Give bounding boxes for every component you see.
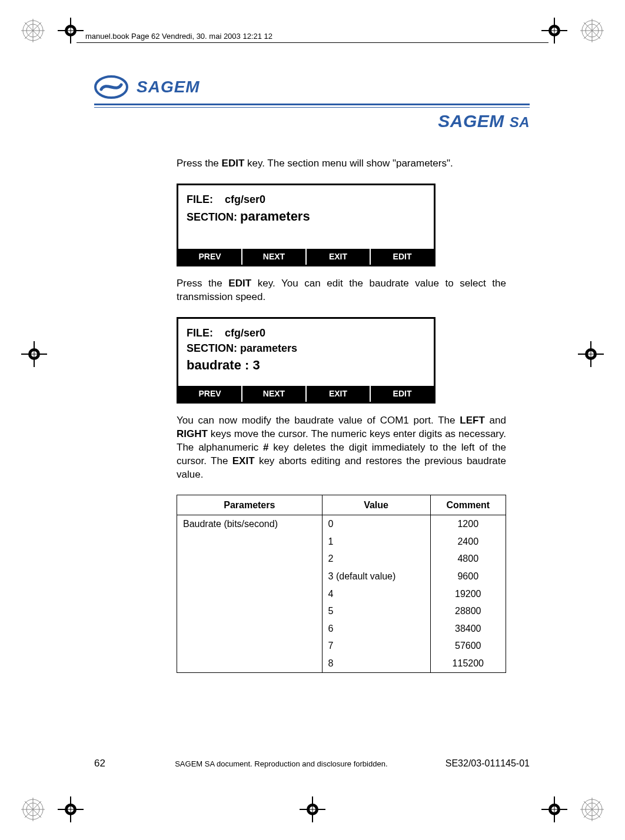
lcd-prev-button[interactable]: PREV	[178, 386, 242, 402]
comment-cell: 57600	[430, 637, 506, 655]
comment-cell: 9600	[430, 568, 506, 585]
key-name: EDIT	[222, 158, 245, 169]
page-number: 62	[94, 758, 105, 769]
print-registration-mark-icon	[21, 798, 45, 821]
sagem-logo-text: SAGEM	[137, 78, 200, 96]
lcd-edit-button[interactable]: EDIT	[371, 249, 434, 265]
lcd-label: SECTION:	[187, 342, 237, 354]
text: Press the	[177, 278, 228, 289]
lcd-prev-button[interactable]: PREV	[178, 249, 242, 265]
print-crosshair-icon	[21, 341, 47, 367]
comment-cell: 115200	[430, 655, 506, 672]
lcd-screen-2: FILE: cfg/ser0 SECTION: parameters baudr…	[177, 317, 435, 404]
brand-name: SAGEM	[438, 111, 504, 131]
lcd-button-bar: PREV NEXT EXIT EDIT	[178, 386, 434, 402]
value-cell: 3 (default value)	[322, 568, 430, 585]
value-cell: 1	[322, 533, 430, 551]
key-name: LEFT	[460, 415, 485, 426]
lcd-label: SECTION:	[187, 211, 237, 223]
print-crosshair-icon	[578, 341, 604, 367]
lcd-line: SECTION: parameters	[187, 341, 425, 355]
lcd-next-button[interactable]: NEXT	[242, 249, 307, 265]
page-content: SAGEM SAGEM SA Press the EDIT key. The s…	[94, 75, 530, 673]
parameters-table: Parameters Value Comment Baudrate (bits/…	[177, 495, 506, 673]
lcd-value: parameters	[240, 342, 297, 354]
header-rule-thin	[94, 107, 530, 108]
comment-cell: 19200	[430, 585, 506, 603]
lcd-baudrate-line: baudrate : 3	[187, 356, 425, 374]
column-header-parameters: Parameters	[177, 495, 323, 515]
lcd-edit-button[interactable]: EDIT	[371, 386, 434, 402]
lcd-value: cfg/ser0	[225, 327, 265, 339]
lcd-line: FILE: cfg/ser0	[187, 326, 425, 340]
page-footer: 62 SAGEM SA document. Reproduction and d…	[94, 758, 530, 769]
lcd-value: cfg/ser0	[225, 194, 265, 205]
comment-cell: 38400	[430, 620, 506, 638]
header-rule-thick	[94, 104, 530, 105]
value-cell: 4	[322, 585, 430, 603]
table-row: Baudrate (bits/second)01200	[177, 515, 506, 533]
brand-suffix: SA	[510, 114, 530, 130]
print-crosshair-icon	[300, 796, 325, 822]
lcd-label: FILE:	[187, 194, 213, 205]
paragraph-1: Press the EDIT key. The section menu wil…	[177, 157, 506, 171]
key-name: RIGHT	[177, 428, 208, 439]
value-cell: 7	[322, 637, 430, 655]
lcd-screen-1: FILE: cfg/ser0 SECTION: parameters PREV …	[177, 184, 435, 266]
paragraph-2: Press the EDIT key. You can edit the bau…	[177, 277, 506, 304]
parameter-name-cell: Baudrate (bits/second)	[177, 515, 323, 672]
lcd-exit-button[interactable]: EXIT	[307, 386, 371, 402]
lcd-button-bar: PREV NEXT EXIT EDIT	[178, 249, 434, 265]
text: key. The section menu will show "paramet…	[244, 158, 453, 169]
lcd-next-button[interactable]: NEXT	[242, 386, 307, 402]
text: You can now modify the baudrate value of…	[177, 415, 460, 426]
value-cell: 8	[322, 655, 430, 672]
print-registration-mark-icon	[580, 798, 604, 821]
print-crosshair-icon	[541, 796, 567, 822]
lcd-label: FILE:	[187, 327, 213, 339]
key-name: EXIT	[232, 455, 255, 466]
print-crosshair-icon	[58, 18, 84, 44]
comment-cell: 1200	[430, 515, 506, 533]
paragraph-3: You can now modify the baudrate value of…	[177, 414, 506, 482]
print-registration-mark-icon	[580, 19, 604, 42]
comment-cell: 2400	[430, 533, 506, 551]
value-cell: 0	[322, 515, 430, 533]
text: and	[485, 415, 506, 426]
value-cell: 6	[322, 620, 430, 638]
sagem-logo-icon	[94, 75, 128, 99]
comment-cell: 4800	[430, 550, 506, 568]
print-crosshair-icon	[58, 796, 84, 822]
footer-copyright: SAGEM SA document. Reproduction and disc…	[141, 759, 422, 768]
text: Press the	[177, 158, 222, 169]
column-header-value: Value	[322, 495, 430, 515]
lcd-value: parameters	[240, 209, 310, 224]
table-header-row: Parameters Value Comment	[177, 495, 506, 515]
print-registration-mark-icon	[21, 19, 45, 42]
key-name: #	[263, 442, 268, 453]
value-cell: 5	[322, 602, 430, 620]
column-header-comment: Comment	[430, 495, 506, 515]
lcd-line: FILE: cfg/ser0	[187, 192, 425, 206]
key-name: EDIT	[228, 278, 251, 289]
lcd-line: SECTION: parameters	[187, 208, 425, 225]
top-rule	[77, 42, 548, 43]
value-cell: 2	[322, 550, 430, 568]
header-filename-note: manuel.book Page 62 Vendredi, 30. mai 20…	[85, 32, 272, 41]
comment-cell: 28800	[430, 602, 506, 620]
lcd-exit-button[interactable]: EXIT	[307, 249, 371, 265]
logo-row: SAGEM	[94, 75, 530, 99]
brand-heading: SAGEM SA	[94, 111, 530, 131]
print-crosshair-icon	[541, 18, 567, 44]
document-reference: SE32/03-011145-01	[446, 758, 530, 769]
